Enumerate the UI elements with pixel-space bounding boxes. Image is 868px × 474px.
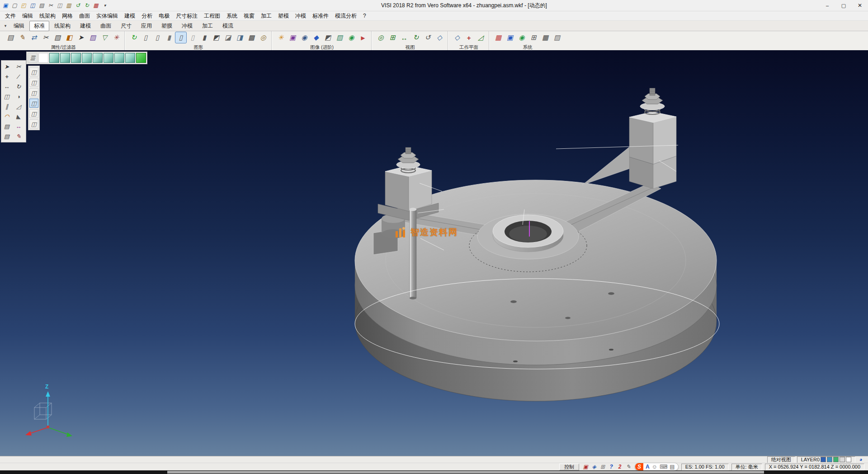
tab[interactable]: 模流	[218, 21, 238, 31]
control-button[interactable]: 控制	[559, 464, 579, 470]
qat-dropdown-icon[interactable]: ▾	[101, 1, 109, 9]
copy-icon[interactable]: ◫	[2, 92, 11, 101]
workplane-iso-icon[interactable]: ◫	[29, 99, 38, 108]
help-icon[interactable]: ?	[608, 463, 615, 470]
properties-icon[interactable]: ▤	[5, 32, 16, 43]
point-icon[interactable]: +	[2, 72, 11, 81]
animation-icon[interactable]: ►	[358, 32, 368, 43]
menu-item[interactable]: 分析	[138, 11, 156, 21]
tab[interactable]: 塑膜	[157, 21, 177, 31]
select-arrow-icon[interactable]: ➤	[2, 62, 11, 71]
grid-toggle-icon[interactable]: ⊞	[599, 463, 606, 470]
print-icon[interactable]: ▤	[38, 1, 46, 9]
shading-hidden-line-icon[interactable]: ▯	[187, 32, 198, 43]
scale-icon[interactable]: ◿	[14, 102, 23, 111]
move-icon[interactable]: ↔	[2, 82, 11, 91]
rotate-icon[interactable]: ↻	[14, 82, 23, 91]
plan-view-icon[interactable]	[38, 53, 48, 63]
layer-icon[interactable]: ▧	[2, 132, 11, 141]
menu-item[interactable]: 标准件	[309, 11, 332, 21]
chamfer-icon[interactable]: ◣	[14, 112, 23, 121]
light-icon[interactable]: ✳	[275, 32, 286, 43]
workplane-view-icon[interactable]: ◫	[29, 109, 38, 118]
camera-icon[interactable]: ◉	[299, 32, 310, 43]
maximize-button[interactable]: ▢	[835, 0, 852, 11]
layer-color-chip[interactable]	[827, 457, 832, 462]
shading-wireframe-icon[interactable]: ▯	[175, 32, 186, 43]
color-palette-icon[interactable]: ▦	[493, 32, 504, 43]
isometric-grid-icon[interactable]: ▨	[552, 32, 562, 43]
command-icon[interactable]: ▣	[582, 463, 589, 470]
menu-item[interactable]: 线架构	[36, 11, 59, 21]
fillet-icon[interactable]: ◠	[2, 112, 11, 121]
snap-settings-icon[interactable]: ◈	[590, 463, 598, 470]
tab[interactable]: 冲模	[177, 21, 197, 31]
tab[interactable]: 加工	[198, 21, 217, 31]
line-icon[interactable]: ∕	[14, 72, 23, 81]
grid-settings-icon[interactable]: ⊞	[528, 32, 539, 43]
model-right-clamp[interactable]	[582, 88, 676, 189]
menu-item[interactable]: 塑模	[275, 11, 292, 21]
count-badge[interactable]: 2	[616, 463, 623, 470]
save-icon[interactable]: ◫	[28, 1, 37, 9]
new-file-icon[interactable]: ▢	[10, 1, 19, 9]
zoom-fit-icon[interactable]: ◎	[375, 32, 386, 43]
zoom-window-icon[interactable]: ⊞	[387, 32, 398, 43]
view-menu-icon[interactable]: ☰	[28, 53, 38, 63]
menu-item[interactable]: 实体编辑	[93, 11, 121, 21]
ghost-display-icon[interactable]: ◪	[222, 32, 233, 43]
menu-item[interactable]: 模流分析	[332, 11, 360, 21]
viewport-3d[interactable]: 智造资料网 ☰ ➤✂+∕↔↻◫◑∥◿◠◣▨↔▧✎ ◫◫◫◫◫◫ Z	[0, 50, 868, 456]
workplane-custom-icon[interactable]: ◫	[29, 119, 38, 128]
open-file-icon[interactable]: ◰	[19, 1, 28, 9]
paste-icon[interactable]: ▥	[65, 1, 73, 9]
regen-icon[interactable]: ↻	[128, 32, 139, 43]
edit-mode-icon[interactable]: ✎	[625, 463, 632, 470]
trim-icon[interactable]: ✂	[14, 62, 23, 71]
hatch-icon[interactable]: ▨	[2, 122, 11, 131]
tab[interactable]: 尺寸	[116, 21, 136, 31]
tab[interactable]: 曲面	[96, 21, 116, 31]
tab[interactable]: 标准	[29, 21, 49, 31]
tab[interactable]: 建模	[75, 21, 95, 31]
chain-select-icon[interactable]: ⇄	[28, 32, 39, 43]
layer-color-chip[interactable]	[821, 457, 826, 462]
right-view-icon[interactable]	[82, 53, 92, 63]
menu-item[interactable]: 尺寸标注	[173, 11, 201, 21]
menu-item[interactable]: 曲面	[76, 11, 93, 21]
front-view-icon[interactable]	[71, 53, 81, 63]
menu-item[interactable]: 编辑	[19, 11, 36, 21]
menu-item[interactable]: ?	[360, 12, 369, 20]
shading-mixed-icon[interactable]: ▮	[199, 32, 210, 43]
filter-funnel-icon[interactable]: ▽	[99, 32, 110, 43]
render-icon[interactable]: ◆	[311, 32, 321, 43]
back-view-icon[interactable]	[104, 53, 113, 63]
dynamic-view-icon[interactable]: ◇	[434, 32, 445, 43]
cad-model[interactable]	[0, 50, 868, 456]
filter-layer-icon[interactable]: ▧	[52, 32, 63, 43]
snap-display-icon[interactable]: ◎	[258, 32, 269, 43]
ime-brand-icon[interactable]: S	[635, 463, 643, 470]
smiley-icon[interactable]: ☺	[652, 464, 657, 470]
app-logo-icon[interactable]: ▣	[1, 1, 9, 9]
redo-icon[interactable]: ↻	[83, 1, 91, 9]
trim-icon[interactable]: ✂	[40, 32, 51, 43]
undo-icon[interactable]: ↺	[74, 1, 82, 9]
workplane-xy-icon[interactable]: ◫	[29, 67, 38, 76]
menu-item[interactable]: 加工	[258, 11, 275, 21]
dimension-icon[interactable]: ↔	[14, 122, 23, 131]
paint-icon[interactable]: ✎	[14, 132, 23, 141]
ime-toolbox-icon[interactable]: ▤	[670, 464, 675, 470]
match-properties-icon[interactable]: ✎	[17, 32, 28, 43]
shaded-view-icon[interactable]	[136, 53, 146, 63]
close-button[interactable]: ✕	[852, 0, 868, 11]
menu-item[interactable]: 工程图	[201, 11, 223, 21]
table-icon[interactable]: ▦	[540, 32, 551, 43]
minimize-button[interactable]: –	[819, 0, 835, 11]
keyboard-icon[interactable]: ⌨	[660, 464, 667, 470]
filter-options-icon[interactable]: ✳	[111, 32, 122, 43]
dynamic-rotate-view-icon[interactable]	[125, 53, 135, 63]
menu-item[interactable]: 文件	[2, 11, 19, 21]
bottom-view-icon[interactable]	[114, 53, 124, 63]
layer-color-chip[interactable]	[846, 457, 851, 462]
